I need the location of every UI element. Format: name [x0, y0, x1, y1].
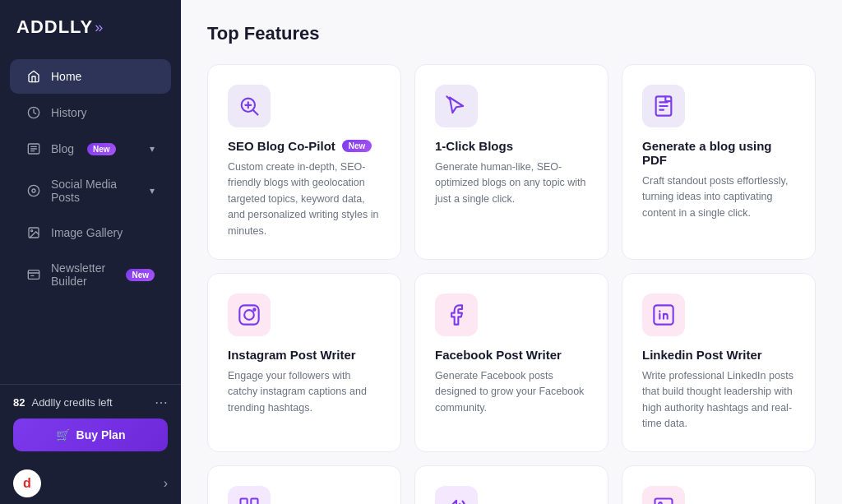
- svg-rect-9: [28, 270, 39, 280]
- credits-label: Addlly credits left: [31, 396, 112, 409]
- sidebar-item-social-label: Social Media Posts: [51, 178, 140, 204]
- feature-card-image-gallery[interactable]: Image GalleryNew Choose from AI generate…: [622, 465, 816, 504]
- credits-info: 82 Addlly credits left: [13, 396, 113, 409]
- feature-icon-seo-blog: [228, 85, 271, 127]
- newsletter-badge: New: [126, 269, 155, 281]
- buy-plan-button[interactable]: 🛒 Buy Plan: [13, 418, 168, 451]
- feature-title-one-click-blogs: 1-Click Blogs: [435, 139, 588, 153]
- feature-card-blog-pdf[interactable]: Generate a blog using PDF Craft standout…: [622, 64, 816, 260]
- newsletter-icon: [26, 267, 41, 282]
- feature-icon-instagram: [228, 294, 271, 336]
- feature-icon-one-click-blogs: [435, 85, 478, 127]
- blog-icon: [26, 141, 41, 156]
- feature-title-seo-blog: SEO Blog Co-PilotNew: [228, 139, 381, 153]
- feature-desc-blog-pdf: Craft standout posts effortlessly, turni…: [642, 173, 795, 221]
- svg-point-23: [253, 308, 255, 310]
- feature-desc-one-click-blogs: Generate human-like, SEO-optimized blogs…: [435, 160, 588, 207]
- credits-more-icon[interactable]: ⋯: [155, 395, 168, 410]
- sidebar-item-newsletter[interactable]: Newsletter Builder New: [10, 252, 171, 298]
- image-icon: [26, 225, 41, 240]
- feature-desc-instagram: Engage your followers with catchy instag…: [228, 368, 381, 416]
- feature-badge-seo-blog: New: [342, 140, 372, 152]
- svg-rect-31: [655, 499, 673, 504]
- feature-card-instagram[interactable]: Instagram Post Writer Engage your follow…: [207, 273, 401, 453]
- feature-card-facebook[interactable]: Facebook Post Writer Generate Facebook p…: [414, 273, 608, 453]
- feature-desc-seo-blog: Custom create in-depth, SEO-friendly blo…: [228, 160, 381, 239]
- feature-card-linkedin[interactable]: Linkedin Post Writer Write professional …: [622, 273, 816, 453]
- sidebar: ADDLLY » Home History: [0, 0, 181, 504]
- sidebar-item-history-label: History: [51, 106, 87, 119]
- credits-number: 82: [13, 396, 25, 409]
- svg-point-6: [32, 189, 35, 192]
- features-grid: SEO Blog Co-PilotNew Custom create in-de…: [207, 64, 816, 504]
- avatar-row: d ›: [0, 461, 181, 504]
- avatar-expand-icon[interactable]: ›: [164, 476, 168, 491]
- svg-rect-28: [251, 499, 257, 504]
- credits-row: 82 Addlly credits left ⋯: [13, 395, 168, 410]
- feature-desc-linkedin: Write professional LinkedIn posts that b…: [642, 368, 795, 432]
- clock-icon: [26, 105, 41, 120]
- feature-icon-newsletter-builder: [228, 486, 271, 504]
- logo-area: ADDLLY »: [0, 0, 181, 51]
- blog-badge: New: [87, 143, 116, 155]
- feature-icon-linkedin: [642, 294, 685, 336]
- sidebar-item-history[interactable]: History: [10, 95, 171, 130]
- sidebar-item-home-label: Home: [51, 70, 81, 83]
- logo-text: ADDLLY: [16, 16, 93, 38]
- feature-title-linkedin: Linkedin Post Writer: [642, 348, 795, 362]
- sidebar-item-blog-label: Blog: [51, 142, 74, 155]
- main-content: Top Features SEO Blog Co-PilotNew Custom…: [181, 0, 842, 504]
- feature-card-press-release[interactable]: Press Release Quick Draft Get the word o…: [414, 465, 608, 504]
- svg-rect-21: [239, 305, 258, 324]
- feature-title-instagram: Instagram Post Writer: [228, 348, 381, 362]
- avatar: d: [13, 469, 41, 497]
- sidebar-item-gallery-label: Image Gallery: [51, 226, 123, 239]
- feature-icon-press-release: [435, 486, 478, 504]
- sidebar-item-home[interactable]: Home: [10, 59, 171, 94]
- sidebar-item-blog[interactable]: Blog New ▾: [10, 132, 171, 166]
- social-icon: [26, 183, 41, 198]
- feature-icon-facebook: [435, 294, 478, 336]
- feature-title-facebook: Facebook Post Writer: [435, 348, 588, 362]
- feature-icon-image-gallery: [642, 486, 685, 504]
- sidebar-item-social[interactable]: Social Media Posts ▾: [10, 168, 171, 214]
- sidebar-nav: Home History Blog New ▾: [0, 51, 181, 384]
- page-title: Top Features: [207, 23, 816, 44]
- feature-card-one-click-blogs[interactable]: 1-Click Blogs Generate human-like, SEO-o…: [414, 64, 608, 260]
- svg-point-22: [244, 310, 254, 320]
- buy-plan-label: Buy Plan: [76, 428, 126, 442]
- sidebar-footer: 82 Addlly credits left ⋯ 🛒 Buy Plan: [0, 384, 181, 461]
- sidebar-item-image-gallery[interactable]: Image Gallery: [10, 215, 171, 250]
- svg-point-8: [31, 230, 33, 232]
- feature-card-seo-blog[interactable]: SEO Blog Co-PilotNew Custom create in-de…: [207, 64, 401, 260]
- sidebar-item-newsletter-label: Newsletter Builder: [51, 261, 113, 288]
- home-icon: [26, 69, 41, 84]
- svg-point-5: [28, 185, 39, 196]
- logo-arrow-icon: »: [95, 19, 103, 36]
- feature-desc-facebook: Generate Facebook posts designed to grow…: [435, 368, 588, 416]
- blog-chevron-icon: ▾: [150, 143, 155, 155]
- feature-icon-blog-pdf: [642, 85, 685, 127]
- svg-rect-27: [241, 499, 248, 504]
- buy-plan-icon: 🛒: [56, 428, 70, 442]
- svg-line-13: [253, 110, 257, 114]
- social-chevron-icon: ▾: [150, 185, 155, 197]
- feature-card-newsletter-builder[interactable]: Newsletter Builder Create high-convertin…: [207, 465, 401, 504]
- feature-title-blog-pdf: Generate a blog using PDF: [642, 139, 795, 167]
